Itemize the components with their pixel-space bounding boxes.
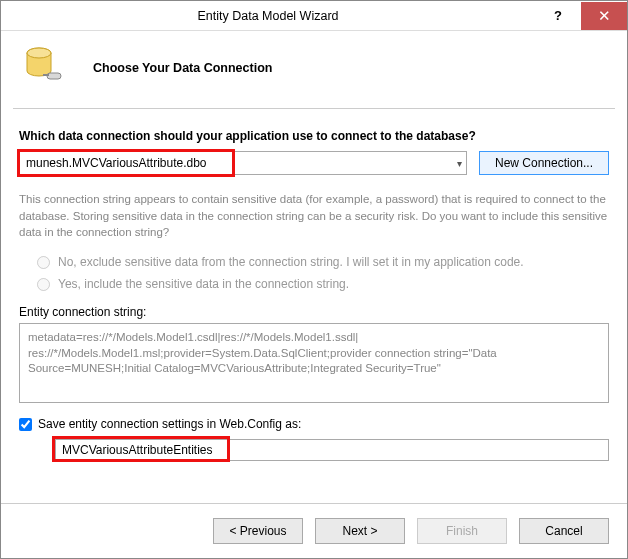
chevron-down-icon: ▾ <box>457 158 462 169</box>
connection-dropdown[interactable]: munesh.MVCVariousAttribute.dbo ▾ <box>19 151 467 175</box>
radio-exclude-input <box>37 256 50 269</box>
titlebar: Entity Data Model Wizard ? ✕ <box>1 1 627 31</box>
sensitive-description: This connection string appears to contai… <box>19 191 609 241</box>
svg-rect-2 <box>47 73 61 79</box>
radio-include-input <box>37 278 50 291</box>
conn-string-textbox[interactable]: metadata=res://*/Models.Model1.csdl|res:… <box>19 323 609 403</box>
window-title: Entity Data Model Wizard <box>1 9 535 23</box>
database-icon <box>23 45 65 90</box>
help-button[interactable]: ? <box>535 2 581 30</box>
save-settings-checkbox[interactable] <box>19 418 32 431</box>
connection-question: Which data connection should your applic… <box>19 129 609 143</box>
svg-point-1 <box>27 48 51 58</box>
close-button[interactable]: ✕ <box>581 2 627 30</box>
wizard-footer: < Previous Next > Finish Cancel <box>1 503 627 558</box>
previous-button[interactable]: < Previous <box>213 518 303 544</box>
cancel-button[interactable]: Cancel <box>519 518 609 544</box>
config-name-input[interactable] <box>55 439 609 461</box>
connection-dropdown-value: munesh.MVCVariousAttribute.dbo <box>26 156 207 170</box>
new-connection-button[interactable]: New Connection... <box>479 151 609 175</box>
next-button[interactable]: Next > <box>315 518 405 544</box>
content-area: Which data connection should your applic… <box>1 109 627 503</box>
step-title: Choose Your Data Connection <box>93 61 272 75</box>
radio-include-sensitive: Yes, include the sensitive data in the c… <box>37 277 609 291</box>
radio-exclude-sensitive: No, exclude sensitive data from the conn… <box>37 255 609 269</box>
finish-button: Finish <box>417 518 507 544</box>
radio-include-label: Yes, include the sensitive data in the c… <box>58 277 349 291</box>
save-settings-label: Save entity connection settings in Web.C… <box>38 417 301 431</box>
wizard-header: Choose Your Data Connection <box>1 31 627 108</box>
radio-exclude-label: No, exclude sensitive data from the conn… <box>58 255 524 269</box>
save-settings-checkbox-row[interactable]: Save entity connection settings in Web.C… <box>19 417 609 431</box>
conn-string-label: Entity connection string: <box>19 305 609 319</box>
